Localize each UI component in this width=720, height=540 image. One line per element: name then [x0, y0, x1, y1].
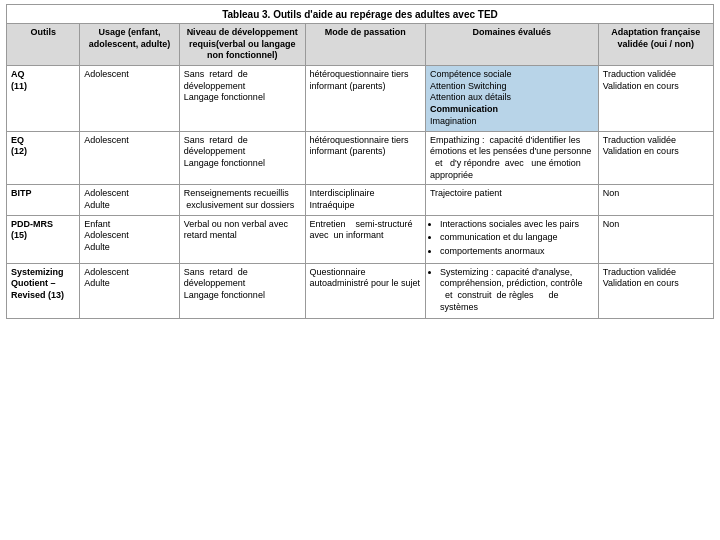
tool-mode-bitp: InterdisciplinaireIntraéquipe — [305, 185, 425, 215]
tool-adaptation-eq: Traduction validéeValidation en cours — [598, 131, 713, 185]
tool-name-eq: EQ(12) — [7, 131, 80, 185]
tool-domaines-eq: Empathizing : capacité d'identifier les … — [425, 131, 598, 185]
tool-mode-systemizing: Questionnaire autoadministré pour le suj… — [305, 263, 425, 319]
tool-usage-eq: Adolescent — [80, 131, 180, 185]
tool-usage-bitp: AdolescentAdulte — [80, 185, 180, 215]
tool-niveau-eq: Sans retard de développementLangage fonc… — [179, 131, 305, 185]
tool-domaines-bitp: Trajectoire patient — [425, 185, 598, 215]
table-row: BITP AdolescentAdulte Renseignements rec… — [7, 185, 714, 215]
header-niveau: Niveau de développement requis(verbal ou… — [179, 24, 305, 66]
table-row: PDD-MRS(15) EnfantAdolescentAdulte Verba… — [7, 215, 714, 263]
tool-adaptation-bitp: Non — [598, 185, 713, 215]
header-outils: Outils — [7, 24, 80, 66]
header-domaines: Domaines évalués — [425, 24, 598, 66]
header-usage: Usage (enfant, adolescent, adulte) — [80, 24, 180, 66]
header-adaptation: Adaptation française validée (oui / non) — [598, 24, 713, 66]
table-row: AQ(11) Adolescent Sans retard de dévelop… — [7, 66, 714, 131]
tool-name-bitp: BITP — [7, 185, 80, 215]
tool-adaptation-aq: Traduction validéeValidation en cours — [598, 66, 713, 131]
tool-name-pdd: PDD-MRS(15) — [7, 215, 80, 263]
tool-domaines-aq: Compétence sociale Attention Switching A… — [425, 66, 598, 131]
table-title: Tableau 3. Outils d'aide au repérage des… — [6, 4, 714, 23]
tool-usage-systemizing: AdolescentAdulte — [80, 263, 180, 319]
tool-mode-pdd: Entretien semi-structuré avec un informa… — [305, 215, 425, 263]
table-row: EQ(12) Adolescent Sans retard de dévelop… — [7, 131, 714, 185]
tool-niveau-pdd: Verbal ou non verbal avec retard mental — [179, 215, 305, 263]
table-row: Systemizing Quotient – Revised (13) Adol… — [7, 263, 714, 319]
tool-niveau-bitp: Renseignements recueillis exclusivement … — [179, 185, 305, 215]
tool-adaptation-systemizing: Traduction validéeValidation en cours — [598, 263, 713, 319]
tool-usage-aq: Adolescent — [80, 66, 180, 131]
tool-usage-pdd: EnfantAdolescentAdulte — [80, 215, 180, 263]
tool-niveau-systemizing: Sans retard de développementLangage fonc… — [179, 263, 305, 319]
main-table: Outils Usage (enfant, adolescent, adulte… — [6, 23, 714, 319]
tool-mode-eq: hétéroquestionnaire tiers informant (par… — [305, 131, 425, 185]
tool-domaines-pdd: Interactions sociales avec les pairs com… — [425, 215, 598, 263]
tool-name-systemizing: Systemizing Quotient – Revised (13) — [7, 263, 80, 319]
tool-domaines-systemizing: Systemizing : capacité d'analyse, compré… — [425, 263, 598, 319]
tool-name-aq: AQ(11) — [7, 66, 80, 131]
table-container: Tableau 3. Outils d'aide au repérage des… — [0, 0, 720, 323]
tool-adaptation-pdd: Non — [598, 215, 713, 263]
tool-mode-aq: hétéroquestionnaire tiers informant (par… — [305, 66, 425, 131]
tool-niveau-aq: Sans retard de développementLangage fonc… — [179, 66, 305, 131]
header-mode: Mode de passation — [305, 24, 425, 66]
